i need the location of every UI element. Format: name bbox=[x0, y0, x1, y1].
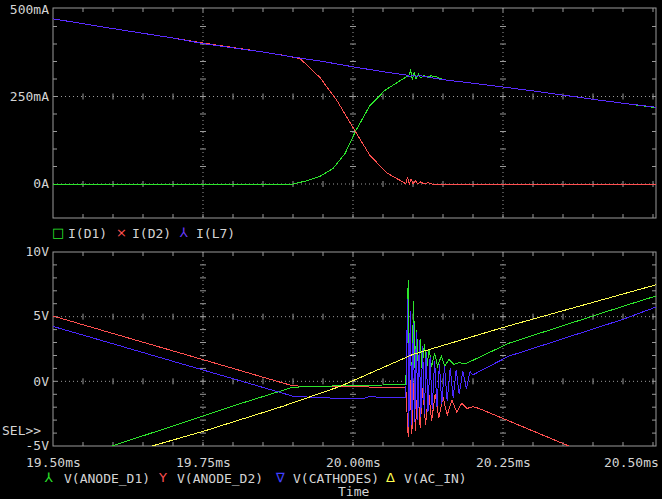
x-tick-1975: 19.75ms bbox=[176, 456, 231, 469]
trace-marker-il7-icon: ⅄ bbox=[180, 226, 188, 239]
legend-trace-anode-d1[interactable]: V(ANODE_D1) bbox=[64, 472, 150, 485]
y-tick-500ma: 500mA bbox=[2, 3, 49, 16]
trace-marker-anode-d1-icon: ⅄ bbox=[45, 471, 53, 484]
x-tick-2000: 20.00ms bbox=[326, 456, 381, 469]
trace-marker-ac-in-icon: Δ bbox=[386, 471, 395, 484]
trace-marker-id1-icon: □ bbox=[52, 226, 64, 239]
y-tick-0v: 0V bbox=[2, 375, 49, 388]
trace-marker-id2-icon: × bbox=[116, 226, 127, 239]
y-tick-10v: 10V bbox=[2, 245, 49, 258]
legend-trace-id1[interactable]: I(D1) bbox=[68, 227, 107, 240]
x-tick-2025: 20.25ms bbox=[476, 456, 531, 469]
probe-window: 500mA 250mA 0A 10V 5V 0V -5V SEL>> 19.50… bbox=[0, 0, 662, 499]
waveform-canvas[interactable] bbox=[0, 0, 662, 499]
x-tick-1950: 19.50ms bbox=[26, 456, 81, 469]
legend-trace-anode-d2[interactable]: V(ANODE_D2) bbox=[177, 472, 263, 485]
sel-indicator[interactable]: SEL>> bbox=[2, 424, 41, 437]
y-tick-0a: 0A bbox=[2, 177, 49, 190]
x-axis-title: Time bbox=[338, 485, 369, 498]
x-tick-2050: 20.50ms bbox=[604, 456, 659, 469]
legend-trace-il7[interactable]: I(L7) bbox=[196, 227, 235, 240]
y-tick-250ma: 250mA bbox=[2, 90, 49, 103]
trace-marker-cathodes-icon: ∇ bbox=[276, 471, 285, 484]
y-tick-neg5v: -5V bbox=[2, 439, 49, 452]
y-tick-5v: 5V bbox=[2, 309, 49, 322]
trace-marker-anode-d2-icon: Y bbox=[159, 471, 167, 484]
legend-trace-id2[interactable]: I(D2) bbox=[132, 227, 171, 240]
legend-trace-ac-in[interactable]: V(AC_IN) bbox=[404, 472, 467, 485]
